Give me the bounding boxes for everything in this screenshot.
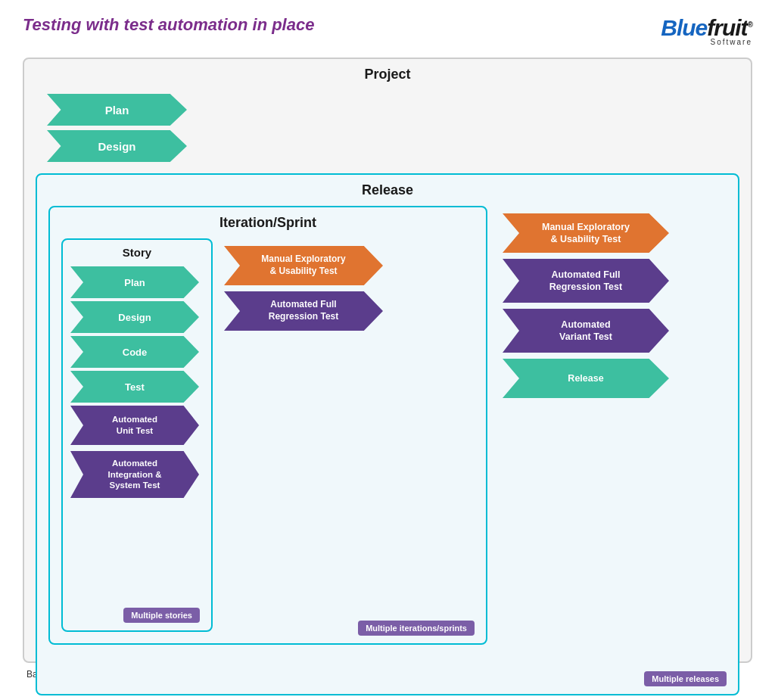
story-plan-chevron: Plan — [70, 266, 199, 298]
story-test-chevron: Test — [70, 371, 199, 403]
design-top-chevron: Design — [47, 130, 187, 162]
logo: Bluefruit® Software — [661, 15, 752, 46]
release-auto-full-chevron: Automated FullRegression Test — [503, 259, 669, 303]
story-auto-unit-chevron: AutomatedUnit Test — [70, 406, 199, 445]
story-box: Story Plan Design Code Test AutomatedUni… — [61, 238, 213, 632]
sprint-auto-full-chevron: Automated FullRegression Test — [224, 291, 383, 331]
sprint-manual-chevron: Manual Exploratory& Usability Test — [224, 246, 383, 285]
release-bottom-label: Multiple releases — [644, 671, 727, 686]
release-auto-variant-chevron: AutomatedVariant Test — [503, 309, 669, 353]
page-container: Testing with test automation in place Bl… — [0, 0, 775, 700]
logo-blue-text: Blue — [661, 15, 707, 40]
story-label: Story — [70, 246, 204, 259]
logo-normal-text: fruit® — [707, 15, 752, 40]
project-top-shapes: Plan Design — [36, 90, 187, 170]
story-design-chevron: Design — [70, 301, 199, 333]
release-manual-chevron: Manual Exploratory& Usability Test — [503, 213, 669, 253]
story-code-chevron: Code — [70, 336, 199, 368]
release-inner: Iteration/Sprint Story Plan Design Code … — [48, 206, 727, 664]
sprint-label: Iteration/Sprint — [61, 215, 475, 231]
page-title: Testing with test automation in place — [23, 15, 314, 35]
plan-top-chevron: Plan — [47, 94, 187, 126]
sprint-bottom-label: Multiple iterations/sprints — [358, 621, 475, 636]
story-bottom-label: Multiple stories — [123, 608, 200, 623]
header: Testing with test automation in place Bl… — [23, 15, 752, 46]
sprint-inner: Story Plan Design Code Test AutomatedUni… — [61, 238, 475, 614]
sprint-box: Iteration/Sprint Story Plan Design Code … — [48, 206, 487, 645]
project-label: Project — [36, 67, 739, 82]
release-right-items: Manual Exploratory& Usability Test Autom… — [503, 206, 669, 664]
release-box: Release Iteration/Sprint Story Plan Desi… — [36, 173, 739, 695]
project-box: Project Plan Design Release Iteration/Sp… — [23, 58, 752, 663]
story-auto-int-chevron: AutomatedIntegration &System Test — [70, 451, 199, 498]
sprint-items: Manual Exploratory& Usability Test Autom… — [224, 238, 475, 614]
release-release-chevron: Release — [503, 359, 669, 398]
story-chevrons: Plan Design Code Test AutomatedUnit Test… — [70, 266, 204, 498]
release-label: Release — [48, 182, 727, 198]
